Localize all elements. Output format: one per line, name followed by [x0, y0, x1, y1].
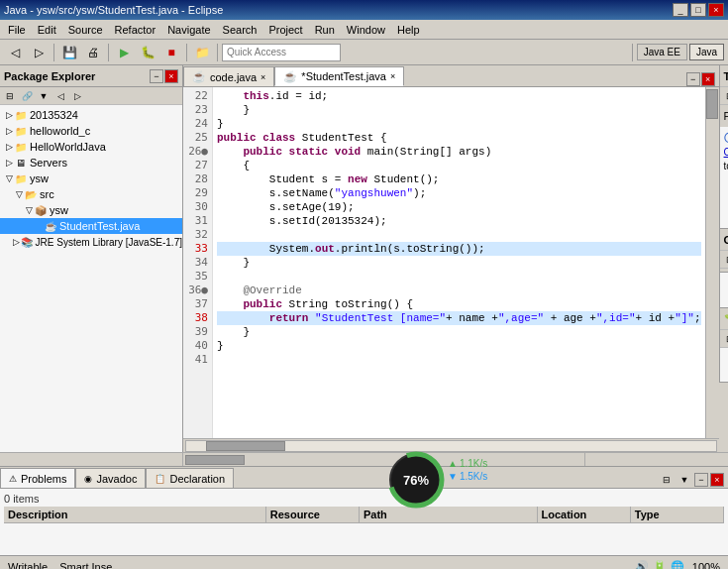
tree-label: src: [40, 188, 54, 200]
network-icon[interactable]: 🌐: [671, 560, 684, 569]
project-icon: 🖥: [14, 156, 28, 170]
outline-title: Outline: [724, 234, 728, 246]
spring-btn1[interactable]: ⊟: [722, 331, 728, 347]
insert-status: Smart Inse...: [55, 561, 125, 570]
bottom-minimize[interactable]: −: [694, 473, 708, 487]
task-list-panel: Task List − × ⊟ 🔗 ▼ ◁ ▷ Find ▶ ▶ All ◀ A…: [719, 65, 728, 229]
toolbar-stop[interactable]: ■: [160, 42, 182, 63]
tab-studenttest[interactable]: ☕ *StudentTest.java ×: [274, 66, 404, 86]
menu-item-file[interactable]: File: [2, 22, 32, 38]
toolbar-debug[interactable]: 🐛: [137, 42, 158, 63]
status-right: 🔊 🔋 🌐 100%: [635, 560, 724, 569]
java-ee-perspective[interactable]: Java EE: [637, 44, 687, 60]
java-perspective[interactable]: Java: [689, 44, 724, 60]
menu-item-help[interactable]: Help: [391, 22, 426, 38]
tab-problems[interactable]: ⚠ Problems: [0, 468, 75, 488]
bottom-filter-btn[interactable]: ▼: [676, 472, 692, 488]
editor-minimize[interactable]: −: [686, 72, 700, 86]
tree-label: JRE System Library [JavaSE-1.7]: [36, 237, 182, 248]
tree-label: helloworld_c: [30, 125, 90, 137]
tab-label: Problems: [21, 473, 66, 485]
menu-item-edit[interactable]: Edit: [32, 22, 62, 38]
items-count: 0 items: [4, 491, 724, 507]
tab-close-button[interactable]: ×: [260, 72, 265, 82]
menu-item-run[interactable]: Run: [309, 22, 341, 38]
line-num: 27: [183, 159, 212, 172]
connect-link[interactable]: Connect: [724, 147, 728, 158]
tree-item-studenttest[interactable]: ☕ StudentTest.java: [0, 218, 182, 234]
bs-left: [0, 453, 183, 466]
expand-arrow: ▽: [14, 189, 24, 199]
tree-item-helloworld[interactable]: ▷ 📁 helloworld_c: [0, 123, 182, 139]
toolbar-run[interactable]: ▶: [113, 42, 135, 63]
minimize-button[interactable]: _: [673, 3, 688, 17]
panel-controls[interactable]: − ×: [150, 69, 178, 83]
tab-declaration[interactable]: 📋 Declaration: [146, 468, 234, 488]
menu-item-search[interactable]: Search: [217, 22, 263, 38]
editor-close[interactable]: ×: [701, 72, 715, 86]
tree-item-helloworldjava[interactable]: ▷ 📁 HelloWorldJava: [0, 139, 182, 155]
tree-item-ysw-pkg[interactable]: ▽ 📦 ysw: [0, 202, 182, 218]
bottom-close[interactable]: ×: [710, 473, 724, 487]
outline-btn1[interactable]: ⊟: [722, 252, 728, 268]
menu-item-source[interactable]: Source: [62, 22, 109, 38]
col-resource: Resource: [266, 507, 360, 522]
tab-code-java[interactable]: ☕ code.java ×: [183, 66, 274, 86]
tree-item-ysw[interactable]: ▽ 📁 ysw: [0, 171, 182, 186]
title-bar-controls[interactable]: _ □ ×: [673, 3, 724, 17]
toolbar-sep5: [632, 44, 633, 61]
menu-item-window[interactable]: Window: [341, 22, 391, 38]
task-list-toolbar: ⊟ 🔗 ▼ ◁ ▷: [720, 87, 728, 105]
panel-close[interactable]: ×: [164, 69, 178, 83]
package-icon: 📦: [34, 203, 48, 217]
navigator-forward-button[interactable]: ▷: [69, 88, 85, 104]
code-line: }: [217, 339, 701, 353]
code-line: s.setAge(19);: [217, 200, 701, 214]
line-num: 28: [183, 172, 212, 186]
bottom-sort-btn[interactable]: ⊟: [659, 472, 675, 488]
quick-access-input[interactable]: [222, 44, 341, 61]
panel-minimize[interactable]: −: [150, 69, 163, 83]
menu-item-refactor[interactable]: Refactor: [109, 22, 162, 38]
toolbar-back[interactable]: ◁: [4, 42, 26, 63]
sound-icon[interactable]: 🔊: [635, 560, 649, 569]
toolbar-new[interactable]: 📁: [191, 42, 213, 63]
link-with-editor-button[interactable]: 🔗: [19, 88, 35, 104]
status-left: Writable Smart Inse...: [4, 561, 126, 570]
writable-status: Writable: [4, 561, 52, 570]
declaration-icon: 📋: [155, 474, 165, 484]
toolbar-save[interactable]: 💾: [58, 42, 80, 63]
package-explorer-panel: Package Explorer − × ⊟ 🔗 ▼ ◁ ▷ ▷ 📁 20135…: [0, 65, 183, 452]
task-toolbar-btn1[interactable]: ⊟: [722, 88, 728, 104]
code-content[interactable]: this.id = id; } } public class StudentTe…: [213, 87, 705, 438]
scrollbar-thumb[interactable]: [206, 441, 285, 451]
toolbar-forward[interactable]: ▷: [28, 42, 50, 63]
collapse-all-button[interactable]: ⊟: [2, 88, 18, 104]
navigator-back-button[interactable]: ◁: [52, 88, 68, 104]
close-button[interactable]: ×: [708, 3, 724, 17]
battery-icon[interactable]: 🔋: [653, 560, 667, 569]
line-num: 37: [183, 297, 212, 311]
tree-item-servers[interactable]: ▷ 🖥 Servers: [0, 155, 182, 171]
maximize-button[interactable]: □: [690, 3, 706, 17]
outline-scroll[interactable]: [720, 269, 728, 273]
find-bar: Find ▶ ▶ All ◀ Acti...: [720, 105, 728, 127]
code-editor[interactable]: 22 23 24 25 26● 27 28 29 30 31 32 33 34 …: [183, 87, 719, 438]
line-num: 22: [183, 89, 212, 103]
bottom-hscroll-thumb[interactable]: [185, 455, 245, 465]
view-menu-button[interactable]: ▼: [36, 88, 52, 104]
line-num: 29: [183, 186, 212, 200]
tree-label: StudentTest.java: [59, 220, 140, 232]
tree-item-src[interactable]: ▽ 📂 src: [0, 186, 182, 202]
vertical-scrollbar[interactable]: [705, 87, 719, 438]
line-num: 25: [183, 131, 212, 145]
toolbar-print[interactable]: 🖨: [82, 42, 104, 63]
tree-item-20135324[interactable]: ▷ 📁 20135324: [0, 107, 182, 123]
tab-javadoc[interactable]: ◉ Javadoc: [75, 468, 146, 488]
menu-item-navigate[interactable]: Navigate: [161, 22, 216, 38]
scrollbar-thumb[interactable]: [706, 89, 718, 119]
menu-item-project[interactable]: Project: [262, 22, 308, 38]
tab-close-button[interactable]: ×: [390, 71, 395, 81]
tree-item-jre[interactable]: ▷ 📚 JRE System Library [JavaSE-1.7]: [0, 234, 182, 250]
expand-arrow: ▷: [4, 142, 14, 152]
